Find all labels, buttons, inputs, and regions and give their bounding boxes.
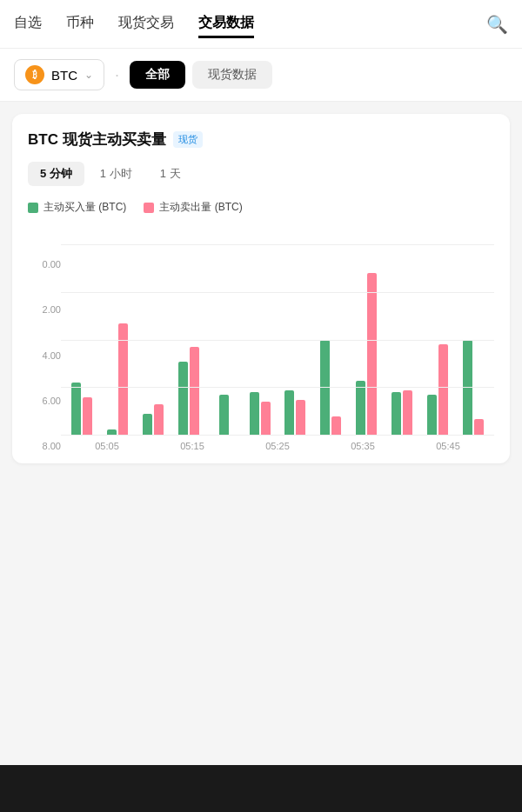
sell-bar: [403, 390, 412, 436]
buy-bar: [356, 381, 365, 436]
x-label: 05:45: [405, 441, 491, 451]
y-label-8: 8.00: [28, 442, 61, 451]
coin-label: BTC: [51, 68, 77, 83]
chart-inner: 05:0505:1505:2505:3505:45: [61, 244, 494, 451]
legend-sell-color: [144, 203, 154, 213]
chart-card: BTC 现货主动买卖量 现货 5 分钟 1 小时 1 天 主动买入量 (BTC)…: [12, 114, 510, 463]
main-content: BTC 现货主动买卖量 现货 5 分钟 1 小时 1 天 主动买入量 (BTC)…: [0, 102, 522, 476]
chevron-down-icon: ⌄: [84, 69, 93, 81]
sell-bar: [190, 347, 199, 436]
bar-group: [313, 340, 349, 436]
x-label: 05:05: [64, 441, 150, 451]
buy-bar: [143, 414, 152, 436]
time-tabs: 5 分钟 1 小时 1 天: [28, 162, 494, 186]
filter-spot-button[interactable]: 现货数据: [192, 61, 272, 89]
sell-bar: [438, 344, 448, 436]
buy-bar: [427, 395, 437, 436]
buy-bar: [284, 390, 294, 436]
legend-sell-label: 主动卖出量 (BTC): [159, 200, 242, 215]
bar-group: [384, 390, 419, 436]
time-tab-1d[interactable]: 1 天: [148, 162, 193, 186]
legend-buy-label: 主动买入量 (BTC): [44, 200, 126, 215]
bar-group: [64, 383, 100, 436]
bar-group: [136, 404, 171, 436]
legend-sell: 主动卖出量 (BTC): [144, 200, 242, 215]
sell-bar: [261, 402, 271, 436]
bar-group: [206, 395, 242, 436]
time-tab-1h[interactable]: 1 小时: [88, 162, 144, 186]
spot-badge: 现货: [173, 131, 203, 148]
divider: ·: [115, 66, 119, 84]
coin-selector[interactable]: ₿ BTC ⌄: [14, 59, 104, 90]
sell-bar: [154, 404, 164, 436]
bottom-bar: [0, 765, 522, 812]
top-navigation: 自选 币种 现货交易 交易数据 🔍: [0, 0, 522, 49]
chart-legend: 主动买入量 (BTC) 主动卖出量 (BTC): [28, 200, 494, 215]
y-label-0: 0.00: [28, 260, 61, 270]
nav-item-spot-trading[interactable]: 现货交易: [118, 10, 174, 38]
buy-bar: [320, 340, 330, 436]
card-title-row: BTC 现货主动买卖量 现货: [28, 130, 494, 150]
nav-item-coins[interactable]: 币种: [66, 10, 94, 38]
bar-group: [278, 390, 313, 436]
x-label: 05:25: [235, 441, 320, 451]
bar-group: [455, 340, 491, 436]
bar-group: [349, 273, 385, 436]
bar-group: [100, 323, 136, 436]
y-axis: 8.00 6.00 4.00 2.00 0.00: [28, 260, 61, 451]
bars-wrapper: [61, 244, 494, 436]
filter-all-button[interactable]: 全部: [130, 61, 185, 89]
legend-buy-color: [28, 203, 38, 213]
buy-bar: [250, 392, 259, 436]
y-label-2: 2.00: [28, 305, 61, 315]
grid-line-8: [61, 244, 494, 245]
x-label: 05:15: [150, 441, 235, 451]
bar-group: [419, 344, 455, 436]
time-tab-5min[interactable]: 5 分钟: [28, 162, 84, 186]
nav-item-watchlist[interactable]: 自选: [14, 10, 42, 38]
sell-bar: [83, 397, 92, 436]
chart-area: 8.00 6.00 4.00 2.00 0.00: [28, 225, 494, 451]
card-title: BTC 现货主动买卖量: [28, 130, 166, 150]
bar-group: [242, 392, 278, 436]
filter-buttons: 全部 现货数据: [130, 61, 272, 89]
nav-item-trading-data[interactable]: 交易数据: [198, 10, 254, 38]
sell-bar: [118, 323, 128, 436]
buy-bar: [71, 383, 81, 436]
y-label-6: 6.00: [28, 396, 61, 406]
sell-bar: [367, 273, 377, 436]
sell-bar: [296, 400, 305, 436]
grid-line-6: [61, 292, 494, 293]
sell-bar: [474, 419, 484, 436]
btc-icon: ₿: [25, 65, 44, 84]
buy-bar: [219, 395, 229, 436]
nav-items: 自选 币种 现货交易 交易数据: [14, 10, 486, 38]
buy-bar: [392, 392, 401, 436]
buy-bar: [463, 340, 472, 436]
y-label-4: 4.00: [28, 351, 61, 361]
search-icon[interactable]: 🔍: [486, 14, 508, 35]
sub-toolbar: ₿ BTC ⌄ · 全部 现货数据: [0, 49, 522, 102]
buy-bar: [178, 362, 188, 436]
legend-buy: 主动买入量 (BTC): [28, 200, 126, 215]
buy-bar: [107, 429, 117, 436]
x-labels: 05:0505:1505:2505:3505:45: [61, 436, 494, 451]
bar-group: [171, 347, 206, 436]
sell-bar: [331, 416, 341, 436]
x-label: 05:35: [320, 441, 405, 451]
